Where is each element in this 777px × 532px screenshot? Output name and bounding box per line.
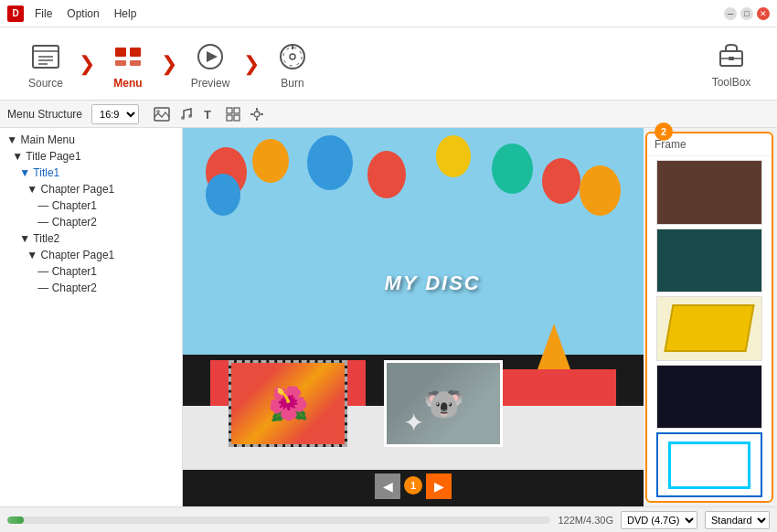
svg-point-12 — [290, 54, 295, 59]
toolbox-label: ToolBox — [712, 76, 751, 89]
balloon-2 — [252, 139, 289, 183]
toolbar-toolbox[interactable]: ToolBox — [695, 38, 768, 89]
tree-title1[interactable]: ▼ Title1 — [0, 165, 182, 181]
image-icon[interactable] — [152, 104, 172, 124]
svg-point-14 — [283, 48, 302, 66]
main-toolbar: Source ❯ Menu ❯ Preview ❯ — [0, 27, 777, 101]
menu-bar: File Option Help — [35, 7, 136, 20]
title-bar: D File Option Help ─ □ ✕ — [0, 0, 777, 27]
menu-file[interactable]: File — [35, 7, 52, 20]
grid-icon[interactable] — [223, 104, 243, 124]
tree-panel: ▼ Main Menu ▼ Title Page1 ▼ Title1 ▼ Cha… — [0, 128, 183, 506]
svg-rect-23 — [227, 108, 232, 113]
toolbox-wrapper: 2 Frame — [645, 132, 773, 503]
tree-chapter-page1-1[interactable]: ▼ Chapter Page1 — [0, 181, 182, 197]
party-hat — [538, 324, 570, 369]
preview-label: Preview — [191, 77, 230, 90]
yellow-parallelogram — [664, 304, 754, 352]
close-button[interactable]: ✕ — [757, 7, 770, 20]
dvd-select[interactable]: DVD (4.7G) DVD (8.5G) BD (25G) — [621, 511, 697, 529]
nav-badge: 1 — [404, 476, 422, 495]
preview-canvas: MY DISC 🌺 🐨 ✦ ◀ 1 — [183, 128, 644, 506]
toolbar-menu[interactable]: Menu — [91, 32, 165, 96]
size-text: 122M/4.30G — [558, 515, 613, 526]
balloon-4 — [367, 151, 406, 198]
menu-structure-label: Menu Structure — [7, 108, 82, 121]
burn-label: Burn — [281, 77, 303, 90]
photo-frame-2[interactable]: 🐨 — [384, 360, 503, 447]
source-icon — [27, 38, 64, 75]
cyan-border-frame — [668, 442, 750, 489]
tree-title-page1[interactable]: ▼ Title Page1 — [0, 148, 182, 165]
minimize-button[interactable]: ─ — [724, 7, 737, 20]
toolbox-badge: 2 — [655, 122, 673, 141]
nav-controls: ◀ 1 ▶ — [375, 473, 452, 499]
svg-rect-24 — [234, 108, 239, 113]
title-bar-left: D File Option Help — [7, 5, 136, 22]
svg-point-27 — [254, 112, 260, 117]
frame-teal[interactable] — [656, 229, 762, 293]
menu-icon — [110, 38, 146, 75]
svg-point-19 — [156, 110, 160, 113]
next-button[interactable]: ▶ — [426, 473, 452, 499]
svg-rect-6 — [130, 48, 141, 57]
svg-rect-31 — [261, 113, 263, 115]
menu-option[interactable]: Option — [67, 7, 99, 20]
frame-list — [647, 156, 772, 501]
toolbar-preview[interactable]: Preview — [174, 32, 247, 96]
frame-brown[interactable] — [656, 160, 762, 225]
toolbar-burn[interactable]: Burn — [256, 32, 329, 96]
music-icon[interactable] — [176, 104, 196, 124]
maximize-button[interactable]: □ — [740, 7, 753, 20]
settings-icon[interactable] — [247, 104, 267, 124]
toolbar-source[interactable]: Source — [9, 32, 82, 96]
tree-chapter-page1-2[interactable]: ▼ Chapter Page1 — [0, 247, 182, 263]
svg-text:T: T — [204, 108, 211, 122]
menu-help[interactable]: Help — [114, 7, 137, 20]
progress-fill — [7, 516, 24, 524]
preview-title: MY DISC — [384, 271, 480, 295]
svg-marker-10 — [207, 51, 218, 62]
balloon-6 — [492, 144, 533, 194]
preview-icon — [192, 38, 229, 75]
balloon-7 — [542, 158, 580, 204]
source-label: Source — [28, 77, 63, 90]
tree-chapter1-1[interactable]: — Chapter1 — [0, 197, 182, 214]
flower-image: 🌺 — [231, 363, 345, 444]
balloon-9 — [580, 165, 621, 216]
status-bar: 122M/4.30G DVD (4.7G) DVD (8.5G) BD (25G… — [0, 506, 777, 532]
snowflake-icon: ✦ — [403, 408, 424, 438]
ratio-select[interactable]: 16:9 4:3 — [91, 104, 139, 124]
balloon-5 — [436, 135, 471, 177]
text-icon[interactable]: T — [199, 104, 219, 124]
balloon-3 — [307, 135, 353, 190]
svg-rect-5 — [115, 48, 126, 57]
main-content: ▼ Main Menu ▼ Title Page1 ▼ Title1 ▼ Cha… — [0, 128, 777, 506]
frame-dark[interactable] — [656, 365, 762, 430]
tree-main-menu[interactable]: ▼ Main Menu — [0, 132, 182, 148]
prev-button[interactable]: ◀ — [375, 473, 400, 499]
toolbox-panel: Frame — [645, 132, 773, 503]
frame-yellow[interactable] — [656, 296, 762, 361]
svg-rect-29 — [256, 118, 258, 121]
app-logo: D — [7, 5, 24, 22]
photo-frame-1[interactable]: 🌺 — [229, 360, 347, 447]
quality-select[interactable]: Standard High Low — [705, 511, 770, 529]
svg-point-20 — [181, 116, 185, 120]
window-controls: ─ □ ✕ — [724, 7, 770, 20]
svg-rect-28 — [256, 108, 258, 111]
frame-white-cyan[interactable] — [656, 432, 762, 497]
tree-title2[interactable]: ▼ Title2 — [0, 230, 182, 247]
sub-toolbar-icons: T — [152, 104, 267, 124]
burn-icon — [274, 38, 311, 75]
balloon-8 — [206, 174, 240, 216]
svg-rect-30 — [250, 113, 253, 115]
svg-point-21 — [188, 114, 192, 118]
svg-rect-25 — [227, 115, 232, 121]
tree-chapter1-2[interactable]: — Chapter1 — [0, 263, 182, 280]
tree-chapter2-1[interactable]: — Chapter2 — [0, 214, 182, 230]
svg-rect-26 — [234, 115, 239, 121]
toolbox-icon — [715, 38, 748, 74]
progress-bar — [7, 516, 550, 524]
tree-chapter2-2[interactable]: — Chapter2 — [0, 280, 182, 296]
